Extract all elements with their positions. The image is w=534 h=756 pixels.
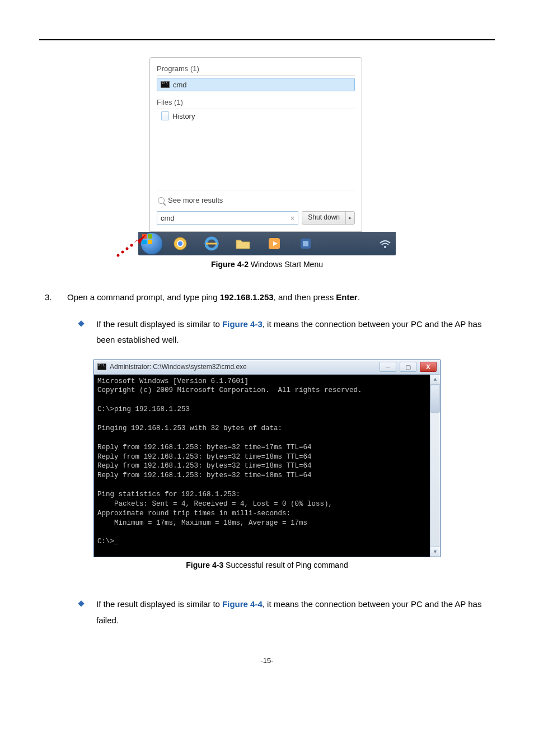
- taskbar-wifi[interactable]: [377, 234, 394, 253]
- bullet2-pre: If the result displayed is similar to: [96, 599, 222, 609]
- program-item-label: cmd: [173, 81, 187, 89]
- figure-4-3-caption: Figure 4-3 Successful result of Ping com…: [39, 561, 495, 570]
- app-icon: [299, 237, 312, 250]
- figure-4-3-window: Administrator: C:\Windows\system32\cmd.e…: [93, 360, 441, 558]
- step-text: Open a command prompt, and type ping 192…: [67, 291, 360, 304]
- wifi-icon: [379, 237, 391, 250]
- svg-rect-3: [148, 240, 152, 244]
- ping-ip: 192.168.1.253: [220, 292, 274, 302]
- page-number: -15-: [39, 656, 495, 665]
- step-text-part1: Open a command prompt, and type ping: [67, 292, 220, 302]
- cmd-icon: [161, 81, 170, 88]
- figure-4-2-caption-bold: Figure 4-2: [211, 260, 249, 269]
- chrome-icon: [173, 236, 188, 251]
- bullet-success-text: If the result displayed is similar to Fi…: [96, 316, 495, 348]
- file-icon: [161, 111, 169, 120]
- see-more-label: See more results: [168, 196, 223, 204]
- bullet-success: If the result displayed is similar to Fi…: [82, 316, 495, 348]
- ie-icon: [204, 236, 219, 251]
- shutdown-label: Shut down: [302, 212, 345, 224]
- taskbar-explorer[interactable]: [229, 234, 257, 253]
- start-menu: Programs (1) cmd Files (1) History See m…: [149, 57, 362, 232]
- see-more-results[interactable]: See more results: [157, 190, 355, 208]
- figure-4-3-ref[interactable]: Figure 4-3: [222, 319, 263, 329]
- figure-4-3-caption-text: Successful result of Ping command: [223, 561, 348, 570]
- svg-rect-1: [148, 234, 152, 239]
- step-text-part2: , and then press: [274, 292, 336, 302]
- cmd-title-text: Administrator: C:\Windows\system32\cmd.e…: [110, 363, 376, 371]
- folder-icon: [235, 237, 251, 250]
- figure-4-2: Programs (1) cmd Files (1) History See m…: [138, 57, 396, 255]
- media-player-icon: [268, 237, 281, 250]
- figure-4-2-caption-text: Windows Start Menu: [249, 260, 323, 269]
- step-number: 3.: [45, 291, 56, 304]
- enter-key: Enter: [336, 292, 357, 302]
- svg-rect-2: [142, 240, 147, 244]
- programs-section-label: Programs (1): [157, 64, 355, 76]
- step-text-part3: .: [358, 292, 360, 302]
- maximize-button[interactable]: ▢: [400, 362, 416, 372]
- svg-point-15: [130, 244, 133, 247]
- svg-point-11: [384, 246, 386, 248]
- search-input[interactable]: cmd ×: [157, 211, 298, 225]
- diamond-bullet-icon: [78, 601, 84, 607]
- svg-point-14: [126, 248, 129, 250]
- scroll-track[interactable]: [430, 413, 440, 547]
- taskbar-media[interactable]: [260, 234, 288, 253]
- clear-search-icon[interactable]: ×: [291, 214, 295, 222]
- diamond-bullet-icon: [78, 320, 84, 326]
- cmd-body-wrap: Microsoft Windows [Version 6.1.7601] Cop…: [94, 375, 440, 557]
- svg-rect-10: [303, 241, 308, 246]
- svg-point-12: [117, 254, 120, 257]
- file-item-history[interactable]: History: [150, 109, 362, 123]
- figure-4-3-caption-bold: Figure 4-3: [186, 561, 223, 570]
- start-button[interactable]: [140, 232, 163, 255]
- step-3: 3. Open a command prompt, and type ping …: [39, 291, 495, 304]
- header-rule: [39, 39, 495, 40]
- figure-4-2-caption: Figure 4-2 Windows Start Menu: [39, 260, 495, 269]
- start-menu-gap: [150, 123, 362, 190]
- file-item-label: History: [172, 112, 195, 120]
- svg-point-13: [121, 251, 124, 254]
- shutdown-button[interactable]: Shut down ▸: [302, 211, 355, 225]
- cmd-scrollbar[interactable]: ▲ ▼: [430, 375, 440, 557]
- cmd-icon: [97, 363, 106, 370]
- start-menu-bottom-row: cmd × Shut down ▸: [157, 211, 355, 225]
- bullet-fail: If the result displayed is similar to Fi…: [82, 596, 495, 628]
- page: Programs (1) cmd Files (1) History See m…: [0, 0, 534, 687]
- scroll-down-icon[interactable]: ▼: [430, 547, 440, 557]
- files-section-label: Files (1): [157, 98, 355, 109]
- program-item-cmd[interactable]: cmd: [157, 78, 355, 91]
- cmd-title-bar: Administrator: C:\Windows\system32\cmd.e…: [94, 360, 440, 375]
- svg-point-6: [178, 241, 182, 246]
- windows-logo-icon: [141, 233, 154, 246]
- minimize-button[interactable]: ─: [380, 362, 396, 372]
- scroll-thumb[interactable]: [430, 385, 440, 413]
- close-button[interactable]: X: [420, 362, 437, 372]
- figure-4-4-ref[interactable]: Figure 4-4: [222, 599, 263, 609]
- search-icon: [158, 197, 165, 204]
- shutdown-arrow-icon[interactable]: ▸: [345, 212, 354, 224]
- cmd-output: Microsoft Windows [Version 6.1.7601] Cop…: [94, 375, 430, 557]
- bullet1-pre: If the result displayed is similar to: [96, 319, 222, 329]
- taskbar-chrome[interactable]: [166, 234, 194, 253]
- svg-rect-0: [142, 234, 147, 239]
- taskbar-ie[interactable]: [198, 234, 226, 253]
- search-value: cmd: [161, 214, 291, 222]
- scroll-up-icon[interactable]: ▲: [430, 375, 440, 385]
- taskbar-app[interactable]: [292, 234, 320, 253]
- bullet-fail-text: If the result displayed is similar to Fi…: [96, 596, 495, 628]
- taskbar: [138, 232, 396, 255]
